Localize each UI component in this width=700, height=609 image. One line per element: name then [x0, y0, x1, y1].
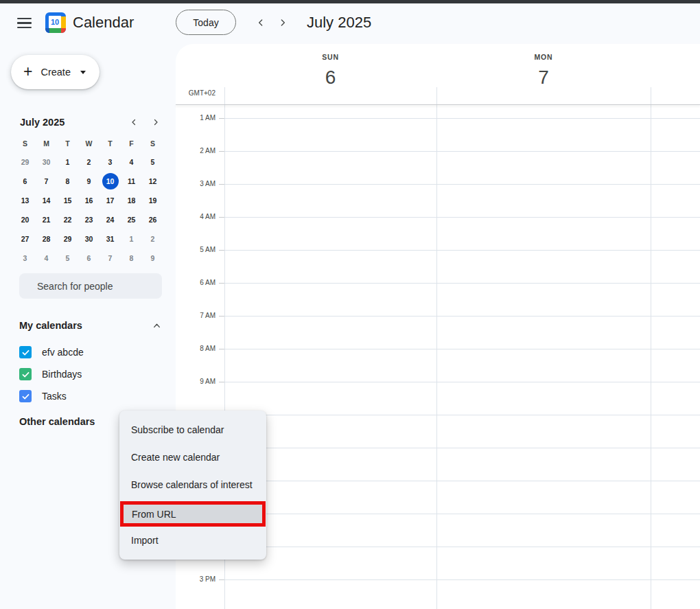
mini-day[interactable]: 4 — [130, 158, 134, 166]
mini-day[interactable]: 7 — [45, 177, 49, 185]
logo-yellow-strip — [61, 16, 66, 28]
mini-calendar-prev-button[interactable] — [127, 115, 141, 129]
today-button[interactable]: Today — [176, 10, 236, 35]
check-icon — [21, 370, 30, 379]
mini-day[interactable]: 5 — [151, 158, 155, 166]
mini-day[interactable]: 1 — [66, 158, 70, 166]
my-calendars-title: My calendars — [19, 320, 82, 331]
grid-hour-line — [224, 151, 700, 152]
mini-day[interactable]: 15 — [64, 196, 72, 205]
mini-day[interactable]: 8 — [130, 254, 134, 262]
mini-day[interactable]: 11 — [128, 177, 135, 185]
my-calendars-list: efv abcdeBirthdaysTasks — [19, 341, 84, 407]
hour-tick — [219, 579, 224, 580]
chevron-left-icon — [130, 118, 138, 126]
mini-day[interactable]: 20 — [21, 216, 30, 224]
chevron-left-icon — [255, 17, 266, 28]
mini-day[interactable]: 13 — [21, 196, 30, 205]
mini-day[interactable]: 21 — [43, 216, 51, 224]
calendar-checkbox-birthdays[interactable] — [19, 368, 32, 380]
menu-item-from-url[interactable]: From URL — [120, 501, 266, 527]
next-period-button[interactable] — [275, 14, 291, 31]
calendar-label: efv abcde — [42, 347, 84, 358]
calendar-list-item: Birthdays — [19, 363, 84, 385]
mini-day[interactable]: 14 — [43, 196, 51, 205]
calendar-list-item: Tasks — [19, 385, 84, 407]
hamburger-bar — [17, 27, 32, 28]
main-menu-icon[interactable] — [17, 18, 32, 28]
mini-day[interactable]: 2 — [87, 158, 91, 166]
mini-day[interactable]: 3 — [108, 158, 113, 166]
chevron-right-icon — [152, 118, 160, 126]
calendar-list-item: efv abcde — [19, 341, 84, 363]
other-calendars-title: Other calendars — [19, 416, 95, 427]
day-header-sun: SUN 6 — [224, 53, 436, 89]
create-button[interactable]: + Create — [11, 55, 100, 89]
mini-day[interactable]: 4 — [45, 254, 49, 262]
mini-day[interactable]: 24 — [106, 216, 115, 224]
mini-days-grid: 2930123456789101112131415161718192021222… — [14, 152, 163, 268]
mini-day[interactable]: 5 — [66, 254, 70, 262]
hamburger-bar — [17, 18, 32, 19]
mini-day[interactable]: 27 — [21, 235, 30, 243]
day-header-mon: MON 7 — [436, 53, 651, 89]
mini-weekday: M — [43, 139, 49, 148]
hour-label: 3 PM — [176, 575, 215, 583]
grid-hour-line — [224, 448, 700, 448]
day-number[interactable]: 6 — [224, 67, 436, 89]
mini-day[interactable]: 30 — [43, 158, 51, 166]
menu-item-browse-calendars-of-interest[interactable]: Browse calendars of interest — [119, 471, 266, 498]
mini-day[interactable]: 1 — [130, 235, 134, 243]
mini-day[interactable]: 25 — [128, 216, 136, 224]
mini-day[interactable]: 23 — [85, 216, 93, 224]
mini-calendar-title: July 2025 — [20, 117, 65, 128]
mini-weekday: W — [86, 139, 93, 148]
mini-day[interactable]: 12 — [149, 177, 157, 185]
mini-day[interactable]: 6 — [23, 177, 27, 185]
mini-day[interactable]: 8 — [66, 177, 70, 185]
mini-day[interactable]: 29 — [64, 235, 72, 243]
hour-tick — [219, 382, 224, 382]
mini-day[interactable]: 3 — [23, 254, 27, 262]
mini-calendar-next-button[interactable] — [149, 115, 163, 129]
mini-day[interactable]: 26 — [149, 216, 157, 224]
mini-day[interactable]: 29 — [21, 158, 30, 166]
previous-period-button[interactable] — [253, 14, 269, 31]
mini-weekday: T — [65, 139, 69, 148]
mini-day[interactable]: 9 — [87, 177, 91, 185]
menu-item-create-new-calendar[interactable]: Create new calendar — [119, 444, 266, 471]
check-icon — [21, 348, 30, 357]
hamburger-bar — [17, 22, 32, 23]
grid-hour-line — [224, 382, 700, 382]
calendar-logo-icon[interactable]: 10 — [45, 12, 66, 33]
timezone-label: GMT+02 — [176, 89, 215, 97]
day-number[interactable]: 7 — [436, 67, 651, 89]
menu-item-import[interactable]: Import — [119, 527, 266, 554]
mini-day[interactable]: 2 — [151, 235, 155, 243]
mini-day[interactable]: 19 — [149, 196, 157, 205]
search-people-box[interactable] — [19, 273, 162, 299]
mini-day[interactable]: 17 — [106, 196, 115, 205]
mini-weekday: T — [108, 139, 112, 148]
mini-day[interactable]: 31 — [106, 235, 115, 243]
mini-day[interactable]: 16 — [85, 196, 93, 205]
menu-item-subscribe-to-calendar[interactable]: Subscribe to calendar — [119, 416, 266, 444]
mini-day[interactable]: 6 — [87, 254, 91, 262]
mini-day-today[interactable]: 10 — [102, 173, 119, 189]
calendar-checkbox-efv-abcde[interactable] — [19, 346, 32, 358]
mini-day[interactable]: 28 — [43, 235, 51, 243]
hour-label: 6 AM — [176, 279, 215, 286]
mini-day[interactable]: 9 — [151, 254, 155, 262]
mini-day[interactable]: 18 — [128, 196, 136, 205]
mini-weekday-row: SMTWTFS — [14, 135, 163, 152]
search-people-input[interactable] — [36, 280, 163, 292]
calendar-checkbox-tasks[interactable] — [19, 390, 32, 402]
my-calendars-header[interactable]: My calendars — [19, 320, 162, 331]
mini-day[interactable]: 22 — [64, 216, 72, 224]
logo-red-corner — [61, 28, 66, 33]
grid-hour-line — [224, 217, 700, 218]
hour-label: 1 AM — [176, 114, 215, 122]
mini-day[interactable]: 30 — [85, 235, 93, 243]
mini-day[interactable]: 7 — [108, 254, 113, 262]
grid-hour-line — [224, 283, 700, 284]
